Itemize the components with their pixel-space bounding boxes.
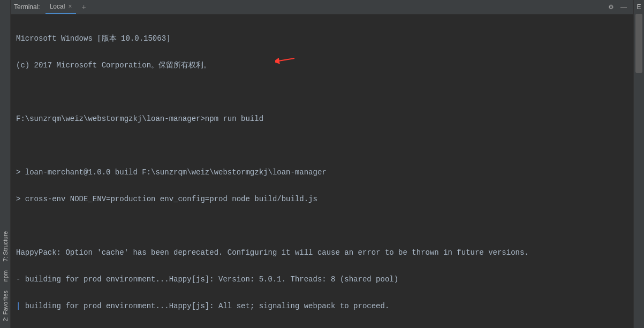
term-line: [16, 139, 628, 152]
close-icon[interactable]: ×: [68, 3, 72, 10]
tab-label: Local: [50, 3, 65, 10]
term-line: > cross-env NODE_ENV=production env_conf…: [16, 193, 628, 206]
new-tab-button[interactable]: +: [76, 3, 91, 11]
right-gutter: E: [633, 0, 644, 328]
term-line: > loan-merchant@1.0.0 build F:\sunzrqm\w…: [16, 166, 628, 179]
favorites-tool-button[interactable]: 2: Favorites: [1, 286, 10, 325]
npm-tool-button[interactable]: npm: [1, 266, 10, 286]
right-tool-button[interactable]: E: [634, 0, 644, 14]
term-line: [16, 219, 628, 233]
terminal-tab-bar: Terminal: Local × + ⚙ —: [11, 0, 633, 14]
term-line: [16, 86, 628, 99]
settings-button[interactable]: ⚙: [605, 3, 617, 11]
term-line: HappyPack: Option 'cache' has been depre…: [16, 246, 628, 260]
term-line: - building for prod environment...Happy[…: [16, 273, 628, 286]
scrollbar-thumb[interactable]: [635, 14, 642, 73]
term-line: | building for prod environment...Happy[…: [16, 300, 628, 313]
term-line-prompt: F:\sunzrqm\weiz\webstormgzkj\loan-manage…: [16, 112, 628, 126]
structure-tool-button[interactable]: 7: Structure: [1, 227, 10, 266]
minimize-button[interactable]: —: [617, 3, 630, 11]
main-area: Terminal: Local × + ⚙ — Microsoft Window…: [11, 0, 633, 328]
terminal-output[interactable]: Microsoft Windows [版本 10.0.15063] (c) 20…: [11, 14, 633, 328]
terminal-tab-local[interactable]: Local ×: [46, 0, 77, 14]
annotation-arrow-icon: [275, 56, 297, 64]
gear-icon: ⚙: [608, 3, 614, 11]
svg-line-0: [278, 58, 294, 61]
left-tool-gutter: 7: Structure npm 2: Favorites: [0, 0, 11, 328]
terminal-scrollbar[interactable]: [634, 14, 644, 328]
term-line: Microsoft Windows [版本 10.0.15063]: [16, 32, 628, 45]
plus-icon: +: [81, 3, 86, 11]
terminal-title: Terminal:: [14, 3, 40, 11]
minimize-icon: —: [620, 3, 627, 11]
term-line: (c) 2017 Microsoft Corporation。保留所有权利。: [16, 59, 628, 72]
